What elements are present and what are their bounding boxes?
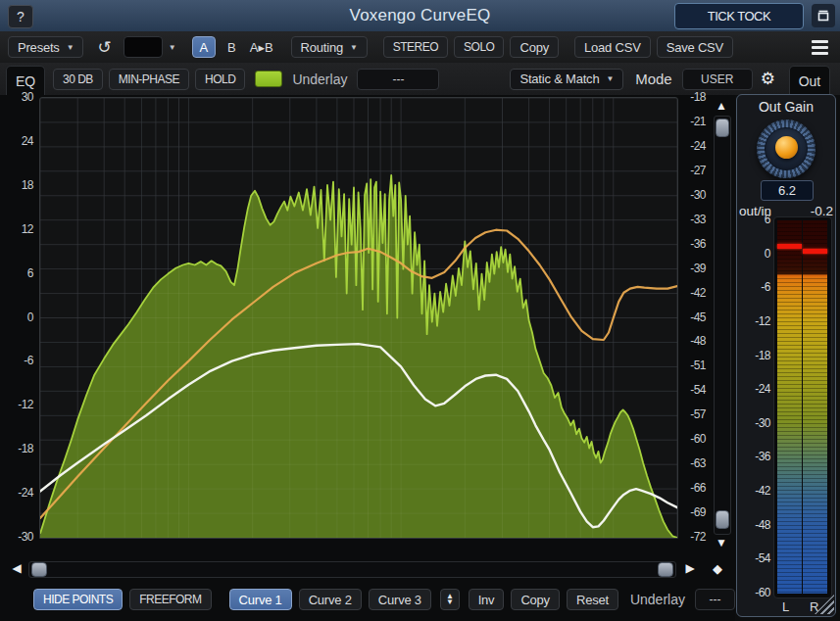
gear-icon[interactable]: ⚙ (761, 69, 775, 89)
v-scroll-thumb-top[interactable] (716, 119, 729, 137)
right-db-tick: -69 (680, 505, 706, 519)
menu-icon[interactable] (812, 40, 828, 55)
chevron-down-icon: ▼ (67, 43, 74, 52)
mode-select[interactable]: USER (682, 69, 753, 90)
h-scroll-thumb-left[interactable] (31, 562, 47, 577)
tab-curve-1[interactable]: Curve 1 (229, 589, 292, 610)
knob-cap (775, 136, 798, 159)
out-gain-knob[interactable] (757, 119, 815, 178)
right-db-tick: -51 (680, 358, 706, 372)
right-db-tick: -42 (680, 286, 706, 300)
v-scroll-thumb-bottom[interactable] (716, 510, 729, 529)
preset-dropdown-icon[interactable]: ▼ (165, 43, 180, 52)
presets-button[interactable]: Presets ▼ (8, 36, 83, 58)
scroll-up-arrow[interactable]: ▲ (712, 98, 731, 114)
tab-out[interactable]: Out (789, 66, 830, 95)
scroll-down-arrow[interactable]: ▼ (712, 535, 731, 550)
meter-db-tick: 6 (741, 213, 770, 226)
meter-db-tick: -48 (741, 518, 770, 532)
chevron-down-icon: ▼ (350, 43, 358, 52)
left-db-tick: -6 (6, 354, 33, 367)
copy-button[interactable]: Copy (510, 36, 559, 58)
scroll-right-arrow[interactable]: ▶ (681, 559, 699, 577)
right-db-tick: -48 (680, 334, 706, 348)
spinner-down-icon: ▼ (446, 599, 454, 605)
meter-bar-left (777, 220, 802, 594)
left-db-tick: 24 (6, 134, 33, 148)
left-db-tick: 6 (6, 266, 33, 280)
curveeq-window: ? Voxengo CurveEQ TICK TOCK Presets ▼ ↺ … (0, 0, 840, 621)
right-db-tick: -33 (680, 213, 706, 226)
underlay-color-swatch[interactable] (255, 71, 282, 87)
preset-slot[interactable] (124, 36, 163, 58)
left-db-tick: -24 (6, 486, 33, 500)
right-db-tick: -63 (680, 456, 706, 470)
stereo-button[interactable]: STEREO (383, 36, 448, 58)
chevron-down-icon: ▼ (606, 74, 614, 83)
presets-label: Presets (18, 40, 60, 55)
channel-label-left: L (782, 599, 789, 614)
copy-curve-button[interactable]: Copy (511, 589, 560, 610)
ab-a-button[interactable]: A (192, 36, 216, 58)
left-db-tick: -12 (6, 398, 33, 411)
ab-copy-button[interactable]: A▸B (246, 40, 277, 55)
curve-spinner[interactable]: ▲▼ (440, 589, 460, 610)
invert-button[interactable]: Inv (469, 589, 505, 610)
underlay-select[interactable]: --- (357, 69, 439, 90)
mode-label: Mode (635, 71, 672, 87)
spectrum-chart (40, 98, 677, 538)
main-toolbar: Presets ▼ ↺ ▼ A B A▸B Routing ▼ STEREO S… (0, 31, 840, 64)
level-meter[interactable] (773, 216, 832, 598)
restore-window-icon (816, 9, 830, 23)
right-db-tick: -60 (680, 432, 706, 446)
left-db-tick: 18 (6, 178, 33, 192)
meter-db-tick: -24 (741, 382, 770, 396)
h-fit-diamond-button[interactable]: ◆ (708, 559, 727, 577)
meter-db-tick: -54 (741, 551, 770, 565)
right-db-tick: -21 (680, 115, 706, 128)
h-scroll-thumb-right[interactable] (658, 562, 673, 577)
left-db-tick: -30 (6, 530, 33, 544)
right-db-tick: -54 (680, 383, 706, 397)
undo-icon[interactable]: ↺ (93, 37, 115, 58)
match-mode-dropdown[interactable]: Static & Match ▼ (510, 69, 623, 90)
ab-b-button[interactable]: B (223, 40, 240, 55)
db-range-button[interactable]: 30 DB (53, 69, 103, 90)
underlay-select-bottom[interactable]: --- (695, 589, 735, 610)
right-db-tick: -18 (680, 90, 706, 104)
right-db-tick: -24 (680, 139, 706, 153)
out-gain-value[interactable]: 6.2 (761, 180, 814, 201)
vertical-scrollbar[interactable] (714, 116, 731, 535)
min-phase-button[interactable]: MIN-PHASE (109, 69, 189, 90)
meter-db-tick: -42 (741, 484, 770, 498)
hold-button[interactable]: HOLD (195, 69, 245, 90)
right-db-tick: -30 (680, 188, 706, 202)
eq-plot[interactable] (39, 97, 678, 539)
tab-curve-2[interactable]: Curve 2 (299, 589, 362, 610)
meter-db-tick: -12 (741, 314, 770, 328)
hide-points-button[interactable]: HIDE POINTS (33, 589, 123, 610)
right-db-tick: -57 (680, 407, 706, 421)
underlay-label-bottom: Underlay (630, 592, 685, 607)
meter-db-tick: -18 (741, 349, 770, 362)
save-csv-button[interactable]: Save CSV (657, 36, 733, 58)
window-mode-button[interactable] (812, 4, 835, 27)
meter-db-tick: -6 (741, 280, 770, 294)
scroll-left-arrow[interactable]: ◀ (8, 559, 25, 577)
meter-db-tick: -36 (741, 450, 770, 463)
meter-bar-right (803, 220, 827, 594)
eq-graph-zone: 3024181260-6-12-18-24-30 -18-21-24-27-30… (0, 95, 735, 621)
left-db-tick: 30 (6, 90, 33, 104)
tab-curve-3[interactable]: Curve 3 (369, 589, 431, 610)
reset-button[interactable]: Reset (567, 589, 618, 610)
routing-button[interactable]: Routing ▼ (291, 36, 368, 58)
right-db-tick: -45 (680, 310, 706, 324)
solo-button[interactable]: SOLO (454, 36, 504, 58)
instance-name-button[interactable]: TICK TOCK (674, 3, 804, 29)
horizontal-scrollbar[interactable] (28, 561, 676, 578)
eq-toolbar: EQ 30 DB MIN-PHASE HOLD Underlay --- Sta… (0, 63, 840, 95)
load-csv-button[interactable]: Load CSV (574, 36, 651, 58)
left-db-tick: 0 (6, 310, 33, 324)
freeform-button[interactable]: FREEFORM (129, 589, 211, 610)
meter-db-tick: -60 (741, 586, 770, 599)
